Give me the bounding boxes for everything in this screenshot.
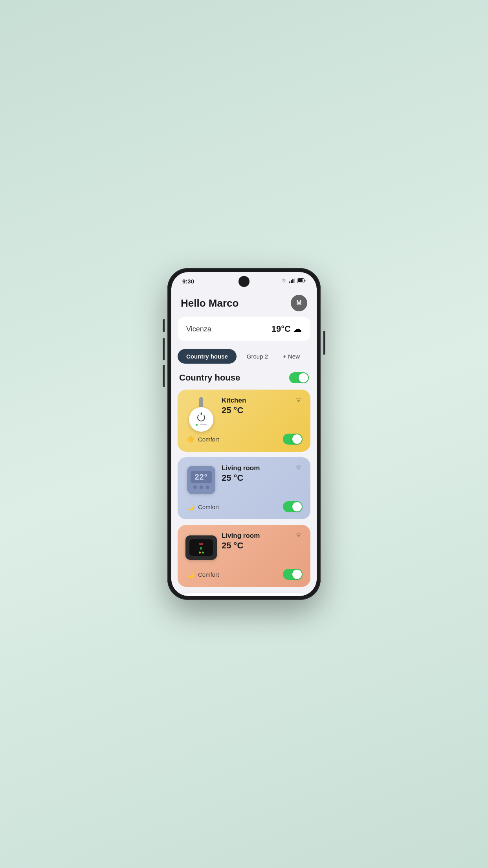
- card-top-kitchen: Kitchen 25 °C: [185, 397, 303, 428]
- status-time: 9:30: [182, 278, 194, 285]
- card-bottom-living-peach: 🌙 Comfort: [185, 569, 303, 580]
- devices-list: Kitchen 25 °C ☀️: [171, 390, 317, 587]
- tab-new[interactable]: + New: [278, 349, 305, 364]
- device-temp-kitchen: 25 °C: [222, 405, 295, 416]
- svg-rect-1: [291, 280, 292, 283]
- tab-group2[interactable]: Group 2: [240, 349, 274, 364]
- mode-icon-kitchen: ☀️: [187, 436, 195, 443]
- svg-rect-0: [289, 281, 290, 283]
- weather-temperature: 19°C: [272, 324, 291, 334]
- mode-text-living-peach: Comfort: [198, 571, 219, 578]
- status-icons: [281, 278, 306, 285]
- wifi-icon: [281, 278, 287, 284]
- card-bottom-living-blue: 🌙 Comfort: [185, 501, 303, 512]
- device-name-living-peach: Living room: [222, 532, 295, 540]
- section-toggle[interactable]: [289, 372, 309, 383]
- add-thermostat-button[interactable]: + Add a thermostat: [178, 593, 310, 596]
- device-name-kitchen: Kitchen: [222, 397, 295, 405]
- mode-label-living-blue: 🌙 Comfort: [187, 503, 219, 511]
- mode-text-living-blue: Comfort: [198, 504, 219, 510]
- greeting-text: Hello Marco: [181, 297, 238, 309]
- device-card-living-peach[interactable]: 88 8: [178, 525, 310, 587]
- tabs-container: Country house Group 2 + New: [171, 349, 317, 364]
- device-name-living-blue: Living room: [222, 464, 295, 472]
- app-header: Hello Marco M: [171, 288, 317, 317]
- tab-country-house[interactable]: Country house: [178, 349, 237, 364]
- signal-icon: [289, 278, 295, 285]
- weather-right: 19°C ☁: [272, 324, 302, 334]
- thermostat-digital-image: 22°: [185, 464, 217, 496]
- thermostat-pulse-image: 88 8: [185, 532, 217, 563]
- card-top-living-peach: 88 8: [185, 532, 303, 563]
- weather-card[interactable]: Vicenza 19°C ☁: [178, 317, 310, 341]
- mode-text-kitchen: Comfort: [198, 436, 219, 443]
- toggle-living-peach[interactable]: [283, 569, 303, 580]
- svg-rect-3: [294, 278, 295, 283]
- mode-label-kitchen: ☀️ Comfort: [187, 436, 219, 443]
- card-info-kitchen: Kitchen 25 °C: [217, 397, 295, 416]
- app-content: Hello Marco M Vicenza 19°C ☁ Country hou…: [171, 288, 317, 596]
- toggle-kitchen[interactable]: [283, 434, 303, 445]
- section-header: Country house: [171, 372, 317, 390]
- add-thermostat-container: + Add a thermostat: [171, 587, 317, 596]
- phone-notch: [238, 276, 250, 287]
- weather-city: Vicenza: [186, 325, 211, 333]
- wifi-icon-kitchen: [295, 397, 303, 405]
- card-bottom-kitchen: ☀️ Comfort: [185, 434, 303, 445]
- weather-cloud-icon: ☁: [293, 324, 302, 334]
- device-card-kitchen[interactable]: Kitchen 25 °C ☀️: [178, 390, 310, 452]
- mode-icon-living-blue: 🌙: [187, 503, 195, 511]
- card-top-living-blue: 22° Living room 25 °C: [185, 464, 303, 496]
- device-card-living-blue[interactable]: 22° Living room 25 °C: [178, 457, 310, 519]
- wifi-icon-living-blue: [295, 464, 303, 473]
- avatar[interactable]: M: [291, 295, 307, 311]
- toggle-living-blue[interactable]: [283, 501, 303, 512]
- mode-icon-living-peach: 🌙: [187, 571, 195, 578]
- battery-icon: [297, 278, 306, 285]
- card-info-living-blue: Living room 25 °C: [217, 464, 295, 483]
- svg-rect-2: [292, 279, 294, 283]
- thermostat-valve-image: [185, 397, 217, 428]
- mode-label-living-peach: 🌙 Comfort: [187, 571, 219, 578]
- device-temp-living-blue: 25 °C: [222, 473, 295, 483]
- section-title: Country house: [179, 373, 240, 383]
- svg-rect-5: [298, 279, 303, 282]
- device-temp-living-peach: 25 °C: [222, 541, 295, 551]
- card-info-living-peach: Living room 25 °C: [217, 532, 295, 551]
- wifi-icon-living-peach: [295, 532, 303, 540]
